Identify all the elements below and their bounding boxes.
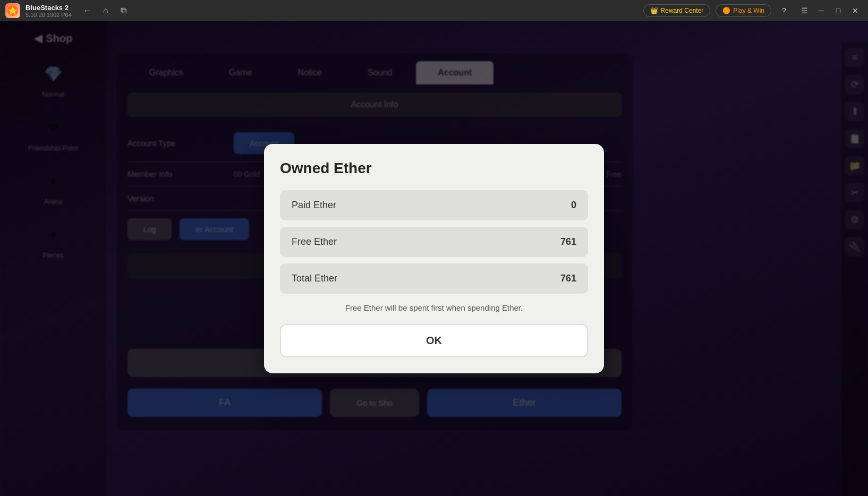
home-button[interactable]: ⌂ xyxy=(98,3,113,18)
help-button[interactable]: ? xyxy=(777,3,792,18)
ether-note: Free Ether will be spent first when spen… xyxy=(280,303,588,312)
free-ether-label: Free Ether xyxy=(292,236,337,247)
app-name: BlueStacks 2 xyxy=(25,4,72,12)
total-ether-row: Total Ether 761 xyxy=(280,263,588,294)
reward-center-button[interactable]: 👑 Reward Center xyxy=(643,4,711,17)
modal-ok-button[interactable]: OK xyxy=(280,324,588,357)
titlebar-right: 👑 Reward Center 🟠 Play & Win ? ☰ ─ □ ✕ xyxy=(643,3,863,18)
owned-ether-modal: Owned Ether Paid Ether 0 Free Ether 761 … xyxy=(264,144,604,373)
app-version: 5.10.20.1002 P64 xyxy=(25,12,72,18)
minimize-button[interactable]: ─ xyxy=(814,3,829,18)
paid-ether-value: 0 xyxy=(571,200,576,211)
play-win-button[interactable]: 🟠 Play & Win xyxy=(716,4,771,17)
total-ether-label: Total Ether xyxy=(292,273,337,284)
modal-overlay: Owned Ether Paid Ether 0 Free Ether 761 … xyxy=(0,21,868,496)
window-controls: ☰ ─ □ ✕ xyxy=(797,3,863,18)
paid-ether-label: Paid Ether xyxy=(292,200,336,211)
free-ether-row: Free Ether 761 xyxy=(280,227,588,257)
close-button[interactable]: ✕ xyxy=(848,3,863,18)
titlebar-nav: ← ⌂ ⧉ xyxy=(80,3,131,18)
titlebar: BlueStacks 2 5.10.20.1002 P64 ← ⌂ ⧉ 👑 Re… xyxy=(0,0,868,21)
free-ether-value: 761 xyxy=(560,236,576,247)
coin-icon: 🟠 xyxy=(722,7,730,14)
back-button[interactable]: ← xyxy=(80,3,95,18)
app-logo xyxy=(5,3,20,18)
modal-title: Owned Ether xyxy=(280,160,588,177)
multi-button[interactable]: ⧉ xyxy=(116,3,131,18)
crown-icon: 👑 xyxy=(650,7,658,14)
menu-button[interactable]: ☰ xyxy=(797,3,812,18)
restore-button[interactable]: □ xyxy=(831,3,846,18)
paid-ether-row: Paid Ether 0 xyxy=(280,190,588,220)
game-area: ◀ Shop 💎 Normal ❤ Friendship Point ♦ Are… xyxy=(0,21,868,496)
total-ether-value: 761 xyxy=(560,273,576,284)
